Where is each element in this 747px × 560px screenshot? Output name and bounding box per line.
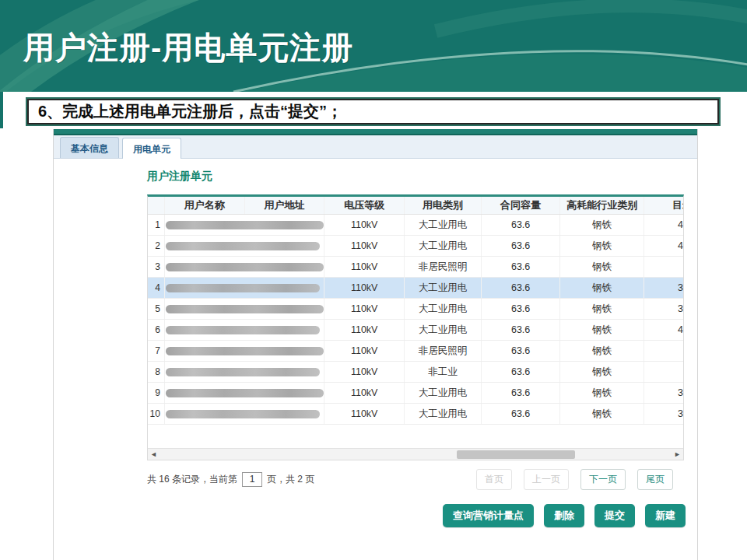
cell-industry: 钢铁 xyxy=(560,341,644,361)
cell-catalog: 5 xyxy=(644,341,683,361)
cell-catalog: 40 xyxy=(644,236,683,256)
cell-catalog: 42 xyxy=(644,215,683,235)
scroll-right-icon[interactable]: ► xyxy=(674,450,681,460)
cell-voltage: 110kV xyxy=(324,404,405,424)
cell-catalog: 5 xyxy=(644,362,683,382)
row-index: 4 xyxy=(148,278,165,298)
row-index: 3 xyxy=(148,257,165,277)
row-index: 8 xyxy=(148,362,165,382)
cell-industry: 钢铁 xyxy=(560,236,644,256)
table-row[interactable]: 9 110kV 大工业用电 63.6 钢铁 33 xyxy=(148,383,683,404)
redacted-name-address xyxy=(165,278,324,298)
table-row[interactable]: 2 110kV 大工业用电 63.6 钢铁 40 xyxy=(148,236,683,257)
cell-voltage: 110kV xyxy=(324,341,405,361)
app-panel: 基本信息 用电单元 用户注册单元 用户名称 用户地址 电压等级 用电类别 合同容… xyxy=(53,129,698,560)
blur-bar xyxy=(166,389,324,397)
col-header-category: 用电类别 xyxy=(405,197,482,214)
row-index: 6 xyxy=(148,320,165,340)
blur-bar xyxy=(166,284,320,292)
table-row[interactable]: 7 110kV 非居民照明 63.6 钢铁 5 xyxy=(148,341,683,362)
panel-top-strip xyxy=(54,129,697,135)
cell-industry: 钢铁 xyxy=(560,299,644,319)
record-summary: 共 16 条记录，当前第 页，共 2 页 xyxy=(147,472,314,487)
first-page-button[interactable]: 首页 xyxy=(476,469,512,490)
new-button[interactable]: 新建 xyxy=(645,504,686,527)
tab-basic-info[interactable]: 基本信息 xyxy=(60,137,119,158)
col-header-capacity: 合同容量 xyxy=(482,197,561,214)
query-metering-points-button[interactable]: 查询营销计量点 xyxy=(443,504,534,527)
scrollbar-thumb[interactable] xyxy=(457,450,575,459)
record-summary-suffix: 页，共 2 页 xyxy=(267,473,314,486)
row-index: 1 xyxy=(148,215,165,235)
row-index: 9 xyxy=(148,383,165,403)
cell-catalog: 33 xyxy=(644,299,683,319)
registration-table: 用户名称 用户地址 电压等级 用电类别 合同容量 高耗能行业类别 目录 1 11… xyxy=(147,194,684,460)
cell-category: 大工业用电 xyxy=(405,236,482,256)
redacted-name-address xyxy=(165,215,324,235)
blur-bar xyxy=(166,221,324,229)
table-row-selected[interactable]: 4 110kV 大工业用电 63.6 钢铁 33 xyxy=(148,278,683,299)
submit-button[interactable]: 提交 xyxy=(594,504,635,527)
cell-capacity: 63.6 xyxy=(482,299,561,319)
cell-category: 大工业用电 xyxy=(405,278,482,298)
table-row[interactable]: 10 110kV 大工业用电 63.6 钢铁 33 xyxy=(148,404,683,425)
slide-banner: 用户注册-用电单元注册 xyxy=(0,0,747,92)
col-header-index xyxy=(148,197,165,214)
table-row[interactable]: 5 110kV 大工业用电 63.6 钢铁 33 xyxy=(148,299,683,320)
col-header-voltage: 电压等级 xyxy=(324,197,405,214)
cell-category: 大工业用电 xyxy=(405,383,482,403)
redacted-name-address xyxy=(165,383,324,403)
cell-category: 大工业用电 xyxy=(405,404,482,424)
row-index: 10 xyxy=(148,404,165,424)
cell-category: 非工业 xyxy=(405,362,482,382)
last-page-button[interactable]: 尾页 xyxy=(637,469,673,490)
cell-catalog: 5 xyxy=(644,257,683,277)
blur-bar xyxy=(166,263,324,271)
table-row[interactable]: 8 110kV 非工业 63.6 钢铁 5 xyxy=(148,362,683,383)
tab-bar: 基本信息 用电单元 xyxy=(54,135,697,159)
blur-bar xyxy=(166,305,324,313)
prev-page-button[interactable]: 上一页 xyxy=(524,469,569,490)
blur-bar xyxy=(166,368,320,376)
col-header-name: 用户名称 xyxy=(165,197,245,214)
action-button-bar: 查询营销计量点 删除 提交 新建 xyxy=(147,504,686,527)
cell-capacity: 63.6 xyxy=(482,383,561,403)
redacted-name-address xyxy=(165,404,324,424)
cell-industry: 钢铁 xyxy=(560,362,644,382)
next-page-button[interactable]: 下一页 xyxy=(580,469,626,490)
table-row[interactable]: 6 110kV 大工业用电 63.6 钢铁 42 xyxy=(148,320,683,341)
redacted-name-address xyxy=(165,320,324,340)
cell-industry: 钢铁 xyxy=(560,278,644,298)
cell-industry: 钢铁 xyxy=(560,404,644,424)
cell-industry: 钢铁 xyxy=(560,215,644,235)
cell-capacity: 63.6 xyxy=(482,278,561,298)
cell-category: 非居民照明 xyxy=(405,257,482,277)
blur-bar xyxy=(166,410,320,418)
table-empty-space xyxy=(148,425,683,448)
horizontal-scrollbar[interactable]: ◄ ► xyxy=(148,448,683,460)
blur-bar xyxy=(166,347,324,355)
cell-category: 大工业用电 xyxy=(405,299,482,319)
cell-capacity: 63.6 xyxy=(482,257,561,277)
col-header-address: 用户地址 xyxy=(245,197,325,214)
table-row[interactable]: 1 110kV 大工业用电 63.6 钢铁 42 xyxy=(148,215,683,236)
record-summary-prefix: 共 16 条记录，当前第 xyxy=(147,473,237,486)
cell-voltage: 110kV xyxy=(324,215,405,235)
page-number-input[interactable] xyxy=(242,472,262,487)
redacted-name-address xyxy=(165,341,324,361)
cell-capacity: 63.6 xyxy=(482,215,561,235)
cell-voltage: 110kV xyxy=(324,278,405,298)
cell-capacity: 63.6 xyxy=(482,236,561,256)
scroll-left-icon[interactable]: ◄ xyxy=(150,450,157,460)
redacted-name-address xyxy=(165,362,324,382)
tab-power-unit[interactable]: 用电单元 xyxy=(122,138,181,159)
cell-industry: 钢铁 xyxy=(560,320,644,340)
cell-voltage: 110kV xyxy=(324,320,405,340)
cell-catalog: 33 xyxy=(644,383,683,403)
table-row[interactable]: 3 110kV 非居民照明 63.6 钢铁 5 xyxy=(148,257,683,278)
col-header-catalog: 目录 xyxy=(644,197,683,214)
slide: 用户注册-用电单元注册 6、完成上述用电单元注册后，点击“提交”； 基本信息 用… xyxy=(0,0,747,560)
cell-category: 大工业用电 xyxy=(405,215,482,235)
instruction-box-inner: 6、完成上述用电单元注册后，点击“提交”； xyxy=(27,99,719,124)
delete-button[interactable]: 删除 xyxy=(544,504,584,527)
